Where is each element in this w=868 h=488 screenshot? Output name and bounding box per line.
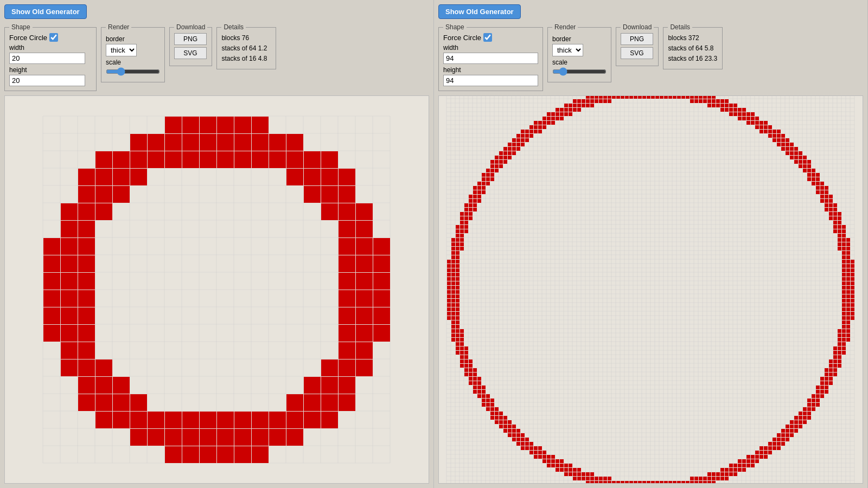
blocks-label-right: blocks bbox=[668, 34, 686, 42]
svg-button-left[interactable]: SVG bbox=[174, 47, 207, 59]
width-input-right[interactable] bbox=[443, 53, 538, 64]
blocks-label-left: blocks bbox=[221, 34, 240, 42]
height-input-right[interactable] bbox=[443, 75, 538, 86]
shape-fieldset-left: Shape Force Circle width height bbox=[4, 23, 97, 91]
stacks16-value-left: 4.8 bbox=[258, 55, 267, 62]
blocks-value-left: 76 bbox=[242, 34, 249, 42]
shape-legend-right: Shape bbox=[443, 23, 467, 31]
canvas-area-right bbox=[438, 95, 863, 484]
shape-label-left: Force Circle bbox=[9, 34, 47, 42]
stacks16-value-right: 23.3 bbox=[705, 55, 717, 62]
details-text-right: blocks 372 stacks of 64 5.8 stacks of 16… bbox=[668, 33, 718, 65]
download-legend-left: Download bbox=[174, 23, 207, 31]
controls-row-right: Shape Force Circle width height Render b… bbox=[438, 23, 863, 91]
show-old-generator-button-left[interactable]: Show Old Generator bbox=[4, 4, 87, 19]
shape-fieldset-right: Shape Force Circle width height bbox=[438, 23, 543, 91]
scale-label-right: scale bbox=[552, 59, 607, 66]
details-fieldset-left: Details blocks 76 stacks of 64 1.2 stack… bbox=[216, 23, 276, 69]
details-text-left: blocks 76 stacks of 64 1.2 stacks of 16 … bbox=[221, 33, 271, 65]
stacks64-label-left: stacks of 64 bbox=[221, 44, 256, 52]
stacks64-value-left: 1.2 bbox=[258, 44, 267, 52]
left-panel: Show Old Generator Shape Force Circle wi… bbox=[0, 0, 434, 488]
right-panel: Show Old Generator Shape Force Circle wi… bbox=[434, 0, 868, 488]
download-legend-right: Download bbox=[621, 23, 654, 31]
border-select-right[interactable]: thick thin bbox=[552, 44, 583, 56]
grid-canvas-left bbox=[5, 96, 429, 483]
download-fieldset-right: Download PNG SVG bbox=[616, 23, 659, 66]
show-old-generator-button-right[interactable]: Show Old Generator bbox=[438, 4, 521, 19]
shape-label-right: Force Circle bbox=[443, 34, 481, 42]
shape-legend-left: Shape bbox=[9, 23, 33, 31]
canvas-area-left bbox=[4, 95, 429, 484]
force-circle-checkbox-right[interactable] bbox=[483, 33, 492, 42]
border-select-left[interactable]: thick thin bbox=[106, 44, 137, 56]
render-fieldset-left: Render border thick thin scale bbox=[101, 23, 165, 82]
width-label-right: width bbox=[443, 44, 538, 52]
height-label-right: height bbox=[443, 66, 538, 74]
height-label-left: height bbox=[9, 66, 92, 74]
width-input-left[interactable] bbox=[9, 53, 85, 64]
render-legend-left: Render bbox=[106, 23, 131, 31]
details-fieldset-right: Details blocks 372 stacks of 64 5.8 stac… bbox=[663, 23, 723, 69]
controls-row-left: Shape Force Circle width height Render b… bbox=[4, 23, 429, 91]
scale-slider-right[interactable] bbox=[552, 67, 607, 76]
details-legend-left: Details bbox=[221, 23, 246, 31]
stacks64-label-right: stacks of 64 bbox=[668, 44, 703, 52]
stacks16-label-right: stacks of 16 bbox=[668, 55, 703, 62]
border-label-left: border bbox=[106, 35, 160, 43]
height-input-left[interactable] bbox=[9, 75, 85, 86]
details-legend-right: Details bbox=[668, 23, 692, 31]
render-fieldset-right: Render border thick thin scale bbox=[547, 23, 611, 82]
width-label-left: width bbox=[9, 44, 92, 52]
stacks64-value-right: 5.8 bbox=[705, 44, 714, 52]
render-legend-right: Render bbox=[552, 23, 578, 31]
svg-button-right[interactable]: SVG bbox=[621, 47, 653, 59]
grid-canvas-right bbox=[439, 96, 863, 483]
png-button-right[interactable]: PNG bbox=[621, 33, 653, 45]
blocks-value-right: 372 bbox=[688, 34, 699, 42]
download-fieldset-left: Download PNG SVG bbox=[169, 23, 212, 66]
scale-slider-left[interactable] bbox=[106, 67, 160, 76]
force-circle-checkbox-left[interactable] bbox=[49, 33, 58, 42]
border-label-right: border bbox=[552, 35, 607, 43]
stacks16-label-left: stacks of 16 bbox=[221, 55, 256, 62]
scale-label-left: scale bbox=[106, 59, 160, 66]
png-button-left[interactable]: PNG bbox=[174, 33, 207, 45]
